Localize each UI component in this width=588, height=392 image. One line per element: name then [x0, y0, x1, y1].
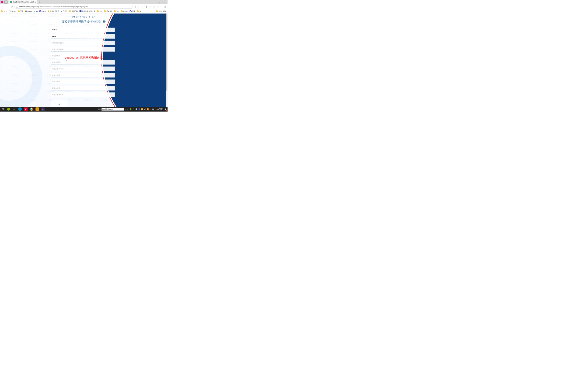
taskbar-address-input[interactable]	[102, 108, 124, 110]
bookmark-item[interactable]: Max云梯	[104, 10, 112, 12]
page-subheading: 高校竞赛管理系统的设计与实现注册	[50, 20, 117, 24]
taskbar-intellij-icon[interactable]: IJ	[41, 107, 45, 111]
username-input[interactable]	[51, 28, 114, 32]
bookmark-item[interactable]: 站长工具 - 站长之家	[80, 10, 96, 12]
tray-app-icon[interactable]: 💬	[135, 108, 137, 110]
bookmarks-overflow[interactable]: 其他收藏夹	[156, 10, 166, 12]
back-button[interactable]: ←	[1, 5, 4, 8]
tray-chevron-icon[interactable]: ︿	[127, 108, 128, 110]
register-form: USER / REGISTER 高校竞赛管理系统的设计与实现注册 +	[50, 16, 117, 109]
bookmark-item[interactable]: vpn	[97, 10, 102, 12]
tray-ime-icon[interactable]: 中	[150, 108, 151, 110]
divider	[50, 24, 117, 25]
favorite-icon[interactable]: ☆	[138, 5, 140, 8]
collections-icon[interactable]: ✧	[149, 5, 152, 8]
divider	[50, 19, 117, 19]
system-tray[interactable]: ︿ 🟢 🎧 💬 🔵 📶 🔊 S 中 ⌨	[126, 108, 156, 110]
notifications-button[interactable]: 💬7	[164, 107, 168, 112]
taskbar-edge-icon[interactable]	[18, 107, 22, 111]
password-input[interactable]	[51, 34, 114, 38]
major-input[interactable]	[51, 80, 114, 84]
bookmark-item[interactable]: aff	[137, 10, 141, 12]
page-heading: USER / REGISTER	[50, 16, 117, 18]
close-window-button[interactable]: ✕	[162, 0, 168, 4]
favicon-icon: V	[10, 1, 12, 3]
close-tab-icon[interactable]: ×	[35, 1, 36, 3]
bookmark-item[interactable]: tools	[1, 10, 7, 12]
gender-select[interactable]	[51, 54, 71, 58]
zoom-icon[interactable]: ⊖	[134, 5, 137, 8]
tray-app-icon[interactable]: 🎧	[132, 108, 134, 110]
profile-icon[interactable]	[1, 1, 3, 3]
decorative-circle	[0, 46, 42, 111]
taskbar-address: 地址 ↻	[98, 108, 126, 110]
navbar: ← → ⟳ i localhost:8080/springboot9pi7u/f…	[0, 4, 168, 9]
bookmark-item[interactable]: 百度	[130, 10, 135, 12]
forward-button: →	[5, 5, 9, 8]
scrollbar-thumb[interactable]	[166, 14, 167, 91]
titlebar: V 高校竞赛管理系统的设计与实现 × + — ▢ ✕	[0, 0, 168, 4]
bookmarks-bar: toolsGoogle宝藏Google∞txysluplod🔑共享账号密码➜已导…	[0, 9, 168, 14]
bookmark-item[interactable]: Google	[9, 10, 16, 12]
tray-sogou-icon[interactable]: S	[147, 108, 149, 110]
bookmark-item[interactable]: ∞txy	[34, 10, 38, 12]
bookmark-item[interactable]: ➜已导入	[61, 10, 67, 12]
url-text: localhost:8080/springboot9pi7u/front/dis…	[19, 6, 128, 8]
bookmark-item[interactable]: Google	[25, 10, 32, 12]
wallet-icon[interactable]: ♡	[156, 5, 159, 8]
browser-tab[interactable]: V 高校竞赛管理系统的设计与实现 ×	[8, 0, 37, 4]
bookmark-item[interactable]: 🔑共享账号密码	[47, 10, 59, 12]
taskbar-wps-icon[interactable]: W	[24, 107, 28, 111]
site-info-icon[interactable]: i	[16, 6, 18, 8]
grade-input[interactable]	[51, 73, 114, 78]
url-bar[interactable]: i localhost:8080/springboot9pi7u/front/d…	[14, 5, 133, 9]
new-tab-button[interactable]: +	[38, 0, 41, 4]
shopping-icon[interactable]: ⊕	[152, 5, 156, 8]
bookmark-item[interactable]: google	[121, 10, 128, 12]
bookmark-item[interactable]: sluplod	[40, 10, 46, 12]
taskbar-clock[interactable]: 16:24 2024/9/21	[156, 108, 164, 111]
bookmark-item[interactable]: 宝藏	[18, 10, 23, 12]
student-name-input[interactable]	[51, 47, 114, 52]
taskbar-explorer-icon[interactable]: 🗂	[12, 107, 17, 112]
bookmark-item[interactable]: 视频下载	[69, 10, 78, 12]
tray-network-icon[interactable]: 📶	[141, 108, 143, 110]
folder-icon	[156, 10, 158, 12]
refresh-button[interactable]: ⟳	[10, 5, 14, 8]
page-viewport: code51.cncode51.cncode51.cncode51.cncode…	[0, 14, 168, 112]
tray-sound-icon[interactable]: 🔊	[144, 108, 146, 110]
tabstrip-icon[interactable]	[4, 1, 8, 4]
college-input[interactable]	[51, 92, 114, 97]
sidebar-icon[interactable]: ◧	[164, 5, 166, 8]
extensions-icon[interactable]: ✦	[142, 5, 144, 8]
taskbar-chrome-icon[interactable]	[30, 108, 33, 111]
tab-title: 高校竞赛管理系统的设计与实现	[13, 1, 34, 3]
start-button[interactable]: ⊞	[0, 107, 6, 112]
bookmark-item[interactable]: vps	[114, 10, 119, 12]
tray-keyboard-icon[interactable]: ⌨	[152, 108, 154, 110]
maximize-button[interactable]: ▢	[156, 0, 162, 4]
scrollbar[interactable]	[166, 14, 168, 107]
split-icon[interactable]: ▥	[145, 5, 148, 8]
taskbar: ⊞ 🗂 W IJ 地址 ↻ ︿ 🟢 🎧 💬 🔵 📶 🔊 S 中 ⌨ 16:24	[0, 107, 168, 112]
tray-app-icon[interactable]: 🟢	[130, 108, 132, 110]
class-input[interactable]	[51, 86, 114, 90]
phone-input[interactable]	[51, 66, 114, 71]
email-input[interactable]	[51, 60, 114, 64]
read-aloud-icon[interactable]: ⤳	[129, 5, 132, 8]
taskbar-browser-icon[interactable]	[6, 107, 12, 112]
tray-app-icon[interactable]: 🔵	[138, 108, 140, 110]
minimize-button[interactable]: —	[150, 0, 156, 4]
more-icon[interactable]: ⋯	[160, 5, 163, 8]
taskbar-ps-icon[interactable]	[36, 107, 39, 111]
password-confirm-input[interactable]	[51, 40, 114, 45]
